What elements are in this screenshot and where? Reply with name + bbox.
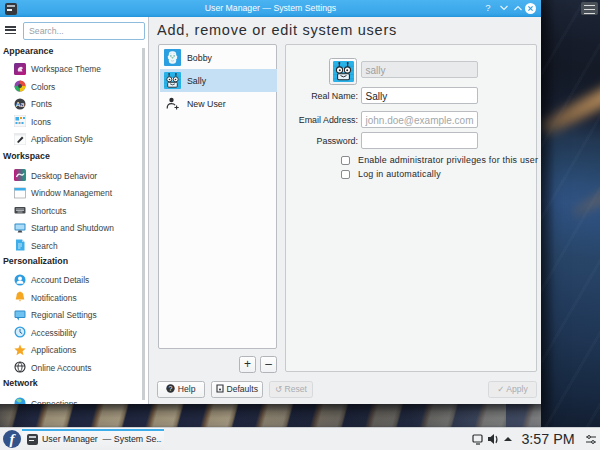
svg-text:Aa: Aa [16, 100, 25, 107]
svg-text:?: ? [169, 385, 173, 392]
